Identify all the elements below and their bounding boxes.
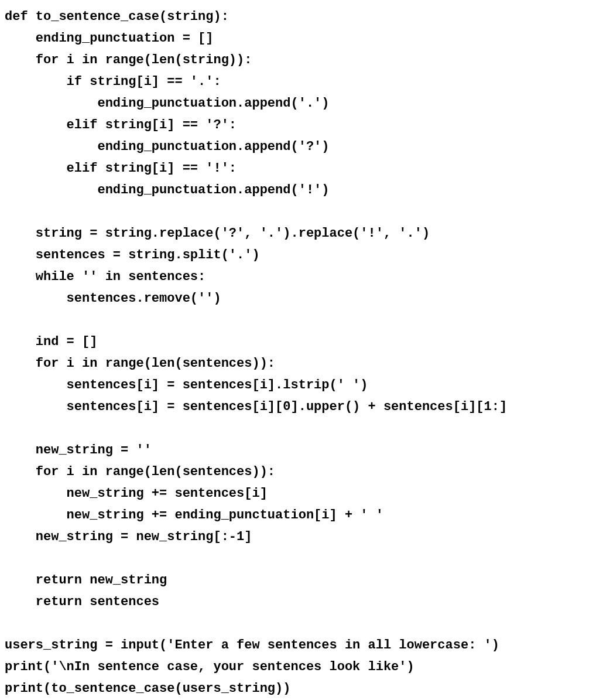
code-block: def to_sentence_case(string): ending_pun…: [5, 6, 603, 699]
